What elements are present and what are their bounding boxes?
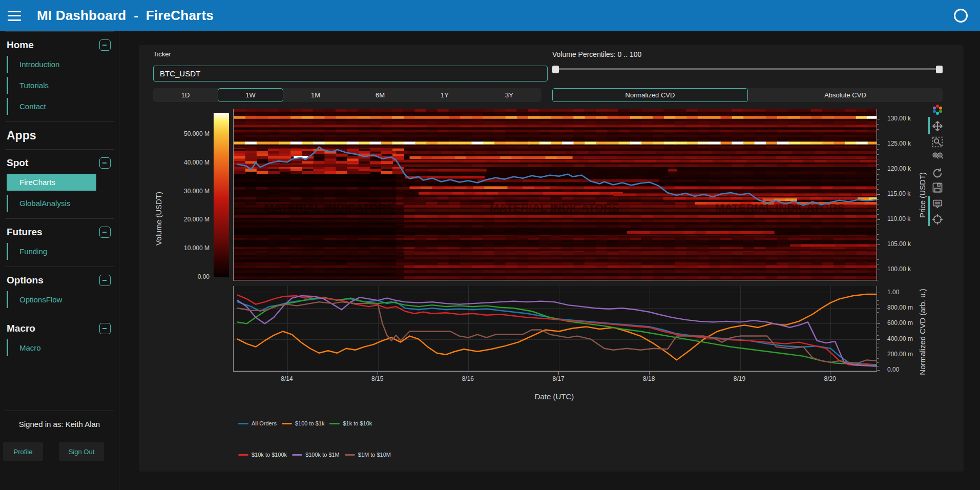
sidebar-item-tutorials[interactable]: Tutorials xyxy=(7,77,119,94)
timeframe-button-1w[interactable]: 1W xyxy=(218,88,283,102)
sidebar-divider xyxy=(5,411,114,411)
sidebar: HomeIntroductionTutorialsContactAppsSpot… xyxy=(0,31,119,490)
sidebar-section-futures: Futures xyxy=(7,227,111,238)
axis-tick xyxy=(287,372,287,375)
axis-tick xyxy=(378,372,378,375)
axis-tick xyxy=(877,332,879,332)
sidebar-item-macro[interactable]: Macro xyxy=(7,339,119,356)
cvd-button-absolute-cvd[interactable]: Absolute CVD xyxy=(748,88,943,102)
cvd-axis-tick-label: 800.00 m xyxy=(887,304,913,311)
box-zoom-icon[interactable] xyxy=(932,136,943,148)
legend-dash-icon xyxy=(345,454,355,456)
profile-button[interactable]: Profile xyxy=(3,442,43,461)
axis-tick xyxy=(877,320,879,320)
legend-dash-icon xyxy=(282,423,292,424)
legend-item-100-to-1k[interactable]: $100 to $1k xyxy=(282,420,325,426)
collapse-icon[interactable] xyxy=(99,323,111,334)
legend-item-1k-to-10k[interactable]: $1k to $10k xyxy=(329,420,372,426)
price-axis-tick-label: 115.00 k xyxy=(887,190,910,197)
ticker-input[interactable] xyxy=(153,66,548,81)
axis-tick xyxy=(877,174,879,175)
sidebar-item-contact[interactable]: Contact xyxy=(7,98,119,115)
minus-icon xyxy=(102,280,107,281)
colorbar-tick-label: 50.000 M xyxy=(163,130,210,137)
legend-item-1m-to-10m[interactable]: $1M to $10M xyxy=(345,452,391,458)
collapse-icon[interactable] xyxy=(99,227,111,238)
account-ring-icon[interactable] xyxy=(954,9,968,23)
legend-item-10k-to-100k[interactable]: $10k to $100k xyxy=(238,452,287,458)
date-axis-tick-label: 8/19 xyxy=(724,375,755,382)
colorbar-axis-title: Volume (USDT) xyxy=(154,168,163,270)
sidebar-item-funding[interactable]: Funding xyxy=(7,243,119,260)
date-axis-tick-label: 8/16 xyxy=(452,375,483,382)
axis-tick xyxy=(877,255,879,255)
timeframe-button-6m[interactable]: 6M xyxy=(348,88,412,102)
legend-dash-icon xyxy=(329,423,340,424)
collapse-icon[interactable] xyxy=(99,39,111,51)
timeframe-button-1d[interactable]: 1D xyxy=(153,88,218,102)
sidebar-section-label: Futures xyxy=(7,227,43,238)
hamburger-menu-icon[interactable] xyxy=(8,11,21,21)
axis-tick xyxy=(877,339,880,340)
axis-tick xyxy=(877,199,879,200)
cvd-button-normalized-cvd[interactable]: Normalized CVD xyxy=(552,88,748,102)
timeframe-button-1y[interactable]: 1Y xyxy=(412,88,477,102)
annotation-icon[interactable] xyxy=(932,198,943,210)
minus-icon xyxy=(102,45,107,46)
timeframe-button-3y[interactable]: 3Y xyxy=(477,88,541,102)
crosshair-icon[interactable] xyxy=(932,214,943,225)
colorbar-tick-label: 20.000 M xyxy=(163,216,210,223)
firechart-heatmap-canvas[interactable] xyxy=(233,109,877,281)
slider-handle-high[interactable] xyxy=(936,66,943,73)
ticker-label: Ticker xyxy=(153,50,171,58)
collapse-icon[interactable] xyxy=(99,275,111,286)
save-icon[interactable] xyxy=(932,182,943,193)
sidebar-item-firecharts[interactable]: FireCharts xyxy=(7,174,96,191)
slider-track[interactable] xyxy=(552,68,943,70)
app-header: MI Dashboard - FireCharts xyxy=(0,0,980,31)
sidebar-divider xyxy=(5,149,114,150)
legend-dash-icon xyxy=(292,454,302,456)
cvd-line-chart-canvas[interactable] xyxy=(233,286,877,372)
sign-out-button[interactable]: Sign Out xyxy=(59,442,104,461)
axis-tick xyxy=(877,328,879,328)
timeframe-button-1m[interactable]: 1M xyxy=(283,88,348,102)
axis-tick xyxy=(877,300,879,301)
axis-tick xyxy=(877,230,879,230)
axis-tick xyxy=(877,293,880,293)
cvd-axis-tick-label: 1.00 xyxy=(887,289,899,296)
legend-row-1: All Orders$100 to $1k$1k to $10k xyxy=(238,420,372,426)
date-axis-tick-label: 8/15 xyxy=(362,375,393,382)
axis-tick xyxy=(877,189,879,190)
colorbar-tick-label: 10.000 M xyxy=(163,244,210,252)
sidebar-divider xyxy=(5,121,114,122)
sidebar-item-optionsflow[interactable]: OptionsFlow xyxy=(7,291,119,308)
sidebar-item-list: Funding xyxy=(7,243,119,260)
sidebar-divider xyxy=(5,218,114,219)
axis-tick xyxy=(877,184,879,185)
reset-axes-icon[interactable] xyxy=(932,168,943,179)
colorbar-tick-label: 40.000 M xyxy=(163,159,210,166)
zoom-in-out-icon[interactable] xyxy=(932,151,943,162)
modebar-active-indicator xyxy=(928,117,930,134)
axis-tick xyxy=(877,351,879,351)
axis-tick xyxy=(877,179,879,180)
axis-tick xyxy=(877,259,879,260)
volume-percentiles-slider[interactable] xyxy=(552,62,943,76)
pan-icon[interactable] xyxy=(932,120,943,132)
axis-tick xyxy=(877,144,880,145)
legend-row-2: $10k to $100k$100k to $1M$1M to $10M xyxy=(238,452,391,458)
date-axis-tick-label: 8/18 xyxy=(634,375,664,382)
sidebar-item-list: FireChartsGlobalAnalysis xyxy=(7,174,119,212)
sidebar-section-home: Home xyxy=(7,39,111,51)
collapse-icon[interactable] xyxy=(99,157,111,169)
legend-item-all-orders[interactable]: All Orders xyxy=(238,420,277,426)
legend-label: $1k to $10k xyxy=(343,420,372,426)
legend-item-100k-to-1m[interactable]: $100k to $1M xyxy=(292,452,340,458)
slider-handle-low[interactable] xyxy=(552,66,559,73)
sidebar-item-globalanalysis[interactable]: GlobalAnalysis xyxy=(7,195,119,212)
axis-tick xyxy=(649,372,650,375)
axis-tick xyxy=(877,219,880,220)
cvd-axis-tick-label: 0.00 xyxy=(887,366,899,373)
sidebar-item-introduction[interactable]: Introduction xyxy=(7,56,119,73)
